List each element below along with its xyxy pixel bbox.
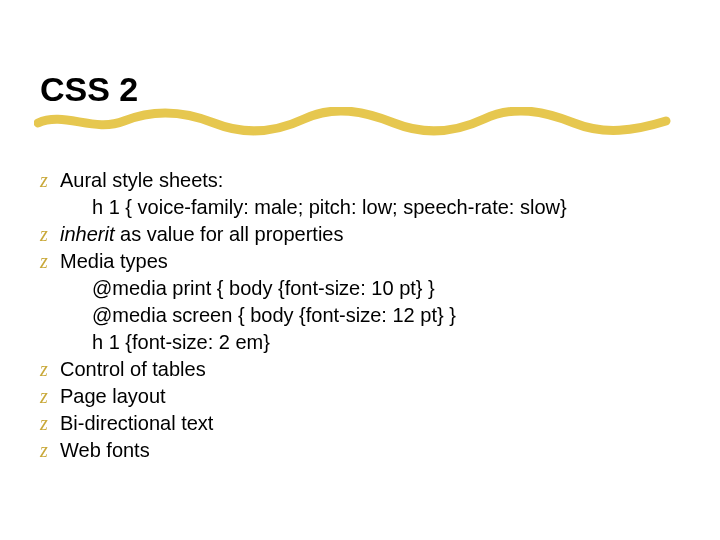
list-item-label: Web fonts — [60, 437, 680, 464]
list-item-label: Media types — [60, 248, 680, 275]
bullet-icon: z — [40, 167, 60, 194]
list-item-rest: as value for all properties — [114, 223, 343, 245]
slide-title: CSS 2 — [40, 70, 680, 109]
squiggle-icon — [34, 107, 674, 137]
bullet-icon: z — [40, 248, 60, 275]
list-item-label: inherit as value for all properties — [60, 221, 680, 248]
list-item: z Control of tables — [40, 356, 680, 383]
list-item: z Aural style sheets: — [40, 167, 680, 194]
list-subitem: @media print { body {font-size: 10 pt} } — [40, 275, 680, 302]
slide: CSS 2 z Aural style sheets: h 1 { voice-… — [0, 0, 720, 540]
bullet-icon: z — [40, 410, 60, 437]
bullet-icon: z — [40, 383, 60, 410]
bullet-icon: z — [40, 221, 60, 248]
list-item: z Media types — [40, 248, 680, 275]
list-item: z Web fonts — [40, 437, 680, 464]
bullet-icon: z — [40, 356, 60, 383]
list-item: z inherit as value for all properties — [40, 221, 680, 248]
list-subitem: @media screen { body {font-size: 12 pt} … — [40, 302, 680, 329]
list-subitem: h 1 {font-size: 2 em} — [40, 329, 680, 356]
title-underline — [40, 115, 680, 139]
slide-content: z Aural style sheets: h 1 { voice-family… — [40, 167, 680, 464]
italic-word: inherit — [60, 223, 114, 245]
bullet-icon: z — [40, 437, 60, 464]
list-item: z Bi-directional text — [40, 410, 680, 437]
list-item: z Page layout — [40, 383, 680, 410]
list-item-label: Bi-directional text — [60, 410, 680, 437]
list-item-label: Control of tables — [60, 356, 680, 383]
list-subitem: h 1 { voice-family: male; pitch: low; sp… — [40, 194, 680, 221]
list-item-label: Aural style sheets: — [60, 167, 680, 194]
list-item-label: Page layout — [60, 383, 680, 410]
